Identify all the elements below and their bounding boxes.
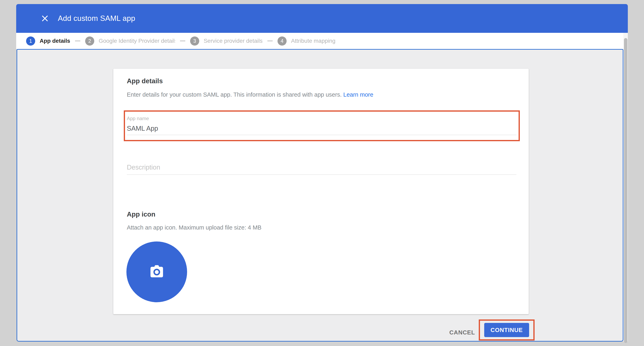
app-name-field: App name <box>127 116 516 135</box>
step-attribute-mapping[interactable]: 4 Attribute mapping <box>278 37 335 46</box>
app-icon-subtitle: Attach an app icon. Maximum upload file … <box>127 224 262 231</box>
step-connector <box>75 41 80 41</box>
scrollbar-thumb[interactable] <box>624 38 628 343</box>
step-connector <box>268 41 273 41</box>
dialog-title: Add custom SAML app <box>58 14 135 23</box>
app-name-label: App name <box>127 116 516 121</box>
step-app-details[interactable]: 1 App details <box>26 37 70 46</box>
step-service-provider-details[interactable]: 3 Service provider details <box>190 37 262 46</box>
step-2-circle: 2 <box>85 37 94 46</box>
add-custom-saml-app-dialog: Add custom SAML app 1 App details 2 Goog… <box>16 4 628 341</box>
app-name-input[interactable] <box>127 125 516 132</box>
step-3-circle: 3 <box>190 37 199 46</box>
card-description: Enter details for your custom SAML app. … <box>127 91 373 98</box>
learn-more-link[interactable]: Learn more <box>343 91 373 98</box>
card-description-text: Enter details for your custom SAML app. … <box>127 91 343 98</box>
app-icon-title: App icon <box>127 211 155 218</box>
step-1-circle: 1 <box>26 37 35 46</box>
description-field <box>127 163 516 175</box>
continue-button[interactable]: CONTINUE <box>484 323 529 337</box>
close-icon <box>41 15 49 22</box>
card-title: App details <box>127 77 163 85</box>
step-1-label: App details <box>40 38 70 44</box>
step-2-label: Google Identity Provider details <box>99 38 175 44</box>
dialog-header: Add custom SAML app <box>16 4 628 33</box>
app-icon-upload-button[interactable] <box>126 241 187 302</box>
dialog-content-area: App details Enter details for your custo… <box>16 49 623 341</box>
step-connector <box>180 41 185 41</box>
description-input[interactable] <box>127 163 516 171</box>
step-3-label: Service provider details <box>204 38 262 44</box>
stepper: 1 App details 2 Google Identity Provider… <box>16 33 628 49</box>
app-details-card: App details Enter details for your custo… <box>113 69 529 314</box>
cancel-button[interactable]: CANCEL <box>442 327 482 338</box>
step-4-label: Attribute mapping <box>291 38 335 44</box>
camera-icon <box>149 265 165 279</box>
close-button[interactable] <box>40 14 50 23</box>
step-google-idp-details[interactable]: 2 Google Identity Provider details <box>85 37 175 46</box>
step-4-circle: 4 <box>278 37 286 46</box>
continue-highlight-box: CONTINUE <box>479 319 534 340</box>
